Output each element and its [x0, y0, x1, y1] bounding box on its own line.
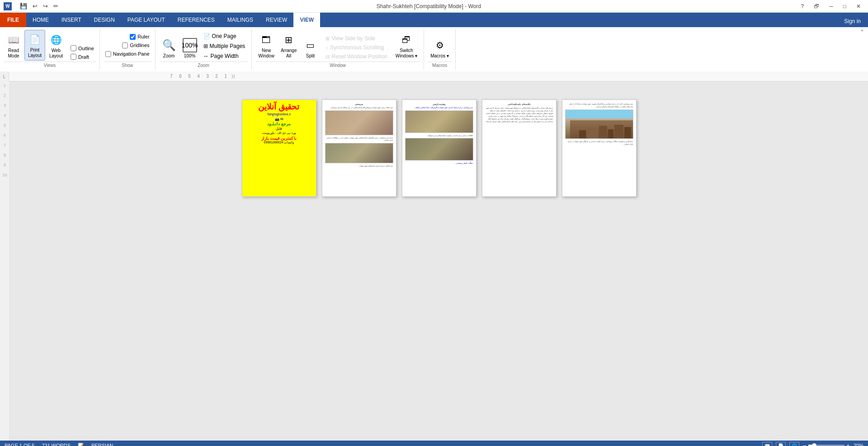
arrange-all-button[interactable]: ⊞ ArrangeAll — [278, 31, 300, 61]
ribbon-group-show: Ruler Gridlines Navigation Pane Show — [100, 29, 156, 70]
page2-text3: متن اضافی درباره تاریخ و جغرافیای شهر سو… — [325, 165, 393, 167]
tab-design[interactable]: DESIGN — [88, 13, 121, 27]
views-group-label: Views — [4, 62, 96, 69]
page-info: PAGE 1 OF 5 — [5, 443, 34, 446]
save-button[interactable]: 💾 — [18, 2, 29, 10]
one-page-icon: 📄 — [203, 33, 210, 39]
help-button[interactable]: ? — [797, 2, 808, 10]
page-width-icon: ↔ — [203, 53, 209, 59]
tab-file[interactable]: FILE — [0, 13, 26, 27]
ruler-checkbox[interactable] — [130, 34, 136, 40]
page-2-thumbnail[interactable]: سرسخن متن مقاله درباره شهر سوخته و پژوهش… — [322, 100, 396, 197]
ruler-num-6: 6 — [176, 74, 184, 79]
tab-mailings[interactable]: MAILINGS — [221, 13, 259, 27]
tab-review[interactable]: REVIEW — [259, 13, 293, 27]
view-side-by-side-button[interactable]: ⊞ View Side by Side — [323, 34, 390, 43]
draft-checkbox[interactable] — [71, 54, 76, 60]
undo-button[interactable]: ↩ — [31, 2, 39, 10]
status-read-mode-btn[interactable]: 📖 — [762, 442, 772, 446]
proofread-icon: 📝 — [78, 443, 84, 446]
page5-image — [565, 109, 633, 139]
tab-home[interactable]: HOME — [26, 13, 55, 27]
language-item[interactable]: PERSIAN — [91, 443, 113, 446]
web-layout-button[interactable]: 🌐 WebLayout — [46, 31, 66, 61]
left-margin: 1 2 3 4 5 6 7 8 9 10 — [0, 81, 10, 441]
maximize-button[interactable]: □ — [840, 2, 850, 10]
minimize-button[interactable]: ─ — [826, 2, 837, 10]
multiple-pages-button[interactable]: ⊞ Multiple Pages — [201, 42, 248, 51]
page-5-thumbnail[interactable]: متن پژوهشی ادامه دار درباره معماری و ساخ… — [562, 100, 637, 197]
page-width-button[interactable]: ↔ Page Width — [201, 52, 248, 61]
split-button[interactable]: ▭ Split — [300, 36, 320, 61]
ribbon-collapse-button[interactable]: ⌃ — [860, 29, 864, 70]
navigation-pane-checkbox-item[interactable]: Navigation Pane — [104, 50, 151, 58]
page3-text2: اطلاعات بیشتر درباره قدمت و اهمیت باستان… — [405, 134, 473, 137]
ruler-num-7: 7 — [167, 74, 175, 79]
page-2-content: سرسخن متن مقاله درباره شهر سوخته و پژوهش… — [322, 100, 396, 196]
proofread-icon-item[interactable]: 📝 — [78, 443, 84, 446]
navigation-pane-checkbox[interactable] — [105, 51, 111, 57]
sign-in-link[interactable]: Sign in — [837, 15, 868, 27]
views-group-inner: 📖 ReadMode 📄 PrintLayout 🌐 WebLayout Out… — [4, 30, 96, 61]
pages-row: تحقیق آنلاین Tahghighonline.ir 📷 ✉ مرجع … — [242, 100, 637, 197]
zoom-100-button[interactable]: 100% 100% — [180, 36, 200, 61]
tab-references[interactable]: REFERENCES — [171, 13, 221, 27]
customize-qat-button[interactable]: ✏ — [52, 2, 60, 10]
page2-text2: ادامه متن پژوهشی درباره یافته‌های باستان… — [325, 137, 393, 142]
web-layout-label: WebLayout — [49, 48, 63, 59]
zoom-percentage[interactable]: 20% — [854, 443, 863, 446]
synchronous-scrolling-button[interactable]: ↕ Synchronous Scrolling — [323, 43, 390, 52]
status-web-layout-btn[interactable]: 🌐 — [789, 442, 799, 446]
ruler-checkbox-item[interactable]: Ruler — [128, 33, 151, 41]
print-layout-button[interactable]: 📄 PrintLayout — [24, 30, 45, 61]
restore-button[interactable]: 🗗 — [810, 2, 823, 10]
margin-num-4: 4 — [4, 113, 6, 118]
ribbon-group-macros: ⚙ Macros ▾ Macros — [424, 29, 456, 70]
draft-label: Draft — [78, 54, 89, 60]
page2-text1: متن مقاله درباره شهر سوخته و پژوهش‌های ب… — [325, 106, 393, 109]
outline-checkbox-item[interactable]: Outline — [69, 44, 96, 52]
arrange-all-icon: ⊞ — [282, 33, 296, 47]
gridlines-checkbox[interactable] — [122, 43, 128, 48]
gridlines-checkbox-item[interactable]: Gridlines — [120, 42, 151, 49]
language-label: PERSIAN — [91, 443, 113, 446]
page2-heading: سرسخن — [325, 103, 393, 105]
redo-button[interactable]: ↪ — [41, 2, 50, 10]
zoom-minus-button[interactable]: − — [803, 442, 807, 446]
page-4-thumbnail[interactable]: یافته‌های باستانشناختی بررسی‌های میدانی … — [482, 100, 557, 197]
read-mode-button[interactable]: 📖 ReadMode — [4, 31, 24, 61]
reset-window-position-button[interactable]: ⊟ Reset Window Position — [323, 52, 390, 61]
zoom-label: Zoom — [163, 53, 175, 59]
switch-windows-label: SwitchWindows ▾ — [396, 48, 417, 59]
page3-image1 — [405, 110, 473, 133]
zoom-button[interactable]: 🔍 Zoom — [159, 36, 179, 61]
one-page-label: One Page — [212, 33, 236, 39]
one-page-button[interactable]: 📄 One Page — [201, 32, 248, 41]
statusbar: PAGE 1 OF 5 721 WORDS 📝 PERSIAN 📖 📄 🌐 − … — [0, 441, 868, 446]
zoom-100-label: 100% — [184, 53, 196, 59]
page-3-thumbnail[interactable]: پیشینه تاریخی متن پژوهشی درباره پیشینه ت… — [402, 100, 476, 197]
new-window-button[interactable]: 🗔 NewWindow — [255, 31, 277, 61]
status-print-layout-btn[interactable]: 📄 — [776, 442, 786, 446]
page-info-item: PAGE 1 OF 5 — [5, 443, 34, 446]
page1-types: ورد-پی دی اف - پاورپوینت — [262, 131, 295, 135]
ribbon-tabs: FILE HOME INSERT DESIGN PAGE LAYOUT REFE… — [0, 13, 868, 27]
draft-checkbox-item[interactable]: Draft — [69, 53, 96, 61]
zoom-plus-button[interactable]: + — [846, 442, 850, 446]
outline-checkbox[interactable] — [71, 45, 76, 51]
statusbar-right: 📖 📄 🌐 − + 20% — [762, 442, 863, 446]
zoom-icon: 🔍 — [162, 38, 176, 52]
page4-text: بررسی‌های میدانی و کاوش‌های باستانشناختی… — [485, 107, 553, 123]
macros-button[interactable]: ⚙ Macros ▾ — [428, 36, 452, 61]
document-area[interactable]: تحقیق آنلاین Tahghighonline.ir 📷 ✉ مرجع … — [10, 81, 868, 441]
close-button[interactable]: ✕ — [853, 2, 864, 10]
switch-windows-button[interactable]: 🗗 SwitchWindows ▾ — [393, 31, 420, 61]
page-1-thumbnail[interactable]: تحقیق آنلاین Tahghighonline.ir 📷 ✉ مرجع … — [242, 100, 316, 197]
tab-insert[interactable]: INSERT — [55, 13, 88, 27]
tab-view[interactable]: VIEW — [293, 13, 320, 27]
ruler-corner: L — [0, 71, 9, 81]
margin-num-2: 2 — [4, 93, 6, 98]
zoom-slider-area[interactable]: − + — [803, 442, 850, 446]
tab-page-layout[interactable]: PAGE LAYOUT — [121, 13, 171, 27]
page5-text2: نتیجه‌گیری و جمع‌بندی مطالب پژوهشی دربار… — [565, 140, 633, 146]
